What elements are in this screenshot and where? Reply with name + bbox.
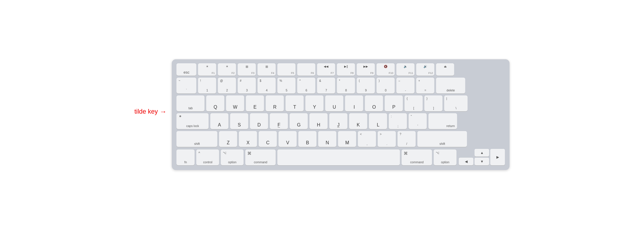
key-f3[interactable]: ⊞ F3 (238, 63, 256, 76)
key-rbracket[interactable]: } ] (424, 96, 442, 111)
key-f5-label: F5 (291, 72, 294, 74)
key-fn[interactable]: fn (176, 150, 195, 165)
key-5[interactable]: % 5 (277, 78, 295, 93)
key-f9[interactable]: ▶▶ F9 (357, 63, 375, 76)
key-s[interactable]: S (230, 113, 248, 129)
key-b[interactable]: B (298, 131, 316, 147)
key-tab[interactable]: tab (176, 96, 204, 111)
key-backslash[interactable]: | \ (444, 96, 468, 111)
key-1[interactable]: ! 1 (198, 78, 216, 93)
key-t[interactable]: T (286, 96, 304, 111)
key-lbracket[interactable]: { [ (405, 96, 423, 111)
key-delete[interactable]: delete (436, 78, 465, 93)
key-p[interactable]: P (385, 96, 403, 111)
key-g-label: G (297, 122, 300, 128)
key-f6[interactable]: F6 (297, 63, 315, 76)
key-f11-icon: 🔉 (404, 65, 407, 68)
key-t-label: T (293, 105, 296, 110)
key-c[interactable]: C (259, 131, 277, 147)
bottom-row: fn ^ control ⌥ option ⌘ command ⌘ (176, 149, 505, 165)
key-command-left[interactable]: ⌘ command (245, 150, 276, 165)
key-2[interactable]: @ 2 (218, 78, 236, 93)
key-x[interactable]: X (239, 131, 257, 147)
key-quote[interactable]: " ' (409, 113, 427, 129)
key-minus[interactable]: – - (396, 78, 414, 93)
key-shift-right-label: shift (440, 142, 445, 145)
key-slash[interactable]: ? / (398, 131, 416, 147)
key-shift-left[interactable]: shift (176, 131, 217, 147)
key-h-label: H (317, 122, 321, 128)
key-6[interactable]: ^ 6 (297, 78, 315, 93)
key-control[interactable]: ^ control (196, 150, 219, 165)
key-f5[interactable]: F5 (277, 63, 295, 76)
key-comma[interactable]: < , (358, 131, 376, 147)
key-e[interactable]: E (246, 96, 264, 111)
key-f4-label: F4 (271, 72, 274, 74)
key-9-bottom: 9 (365, 89, 367, 92)
key-j[interactable]: J (329, 113, 347, 129)
key-u[interactable]: U (325, 96, 343, 111)
key-k[interactable]: K (349, 113, 367, 129)
key-period[interactable]: > . (378, 131, 396, 147)
key-6-top: ^ (299, 79, 301, 82)
key-y[interactable]: Y (305, 96, 323, 111)
key-f12[interactable]: 🔊 F12 (416, 63, 434, 76)
key-command-right[interactable]: ⌘ command (402, 150, 432, 165)
key-h[interactable]: H (309, 113, 328, 129)
key-v[interactable]: V (279, 131, 297, 147)
key-f8[interactable]: ▶‖ F8 (337, 63, 355, 76)
key-m[interactable]: M (338, 131, 356, 147)
key-return-label: return (447, 124, 455, 128)
key-r[interactable]: R (266, 96, 284, 111)
key-3[interactable]: # 3 (238, 78, 256, 93)
key-o[interactable]: O (365, 96, 383, 111)
key-7[interactable]: & 7 (317, 78, 335, 93)
key-g[interactable]: G (290, 113, 308, 129)
key-f4[interactable]: ⊞ F4 (258, 63, 276, 76)
key-f11[interactable]: 🔉 F11 (396, 63, 414, 76)
key-8[interactable]: * 8 (337, 78, 355, 93)
key-f11-label: F11 (409, 72, 413, 74)
key-spacebar[interactable] (277, 150, 400, 165)
key-eject[interactable]: ⏏ (436, 63, 454, 76)
key-i[interactable]: I (345, 96, 363, 111)
key-r-label: R (273, 105, 277, 110)
key-arrow-down[interactable]: ▼ (475, 158, 489, 165)
key-tilde[interactable]: ~ ` (176, 78, 196, 93)
key-equals[interactable]: + = (416, 78, 434, 93)
key-z[interactable]: Z (219, 131, 237, 147)
key-4[interactable]: $ 4 (258, 78, 276, 93)
key-f2[interactable]: ☀ F2 (218, 63, 236, 76)
key-shift-right[interactable]: shift (417, 131, 467, 147)
key-option-right[interactable]: ⌥ option (434, 150, 456, 165)
key-d[interactable]: D (250, 113, 268, 129)
key-return[interactable]: return (428, 113, 457, 129)
key-n[interactable]: N (318, 131, 336, 147)
key-f[interactable]: F (270, 113, 288, 129)
key-f10[interactable]: 🔇 F10 (377, 63, 395, 76)
key-f1[interactable]: ☀ F1 (198, 63, 216, 76)
key-a[interactable]: A (210, 113, 228, 129)
key-esc[interactable]: esc (176, 63, 196, 76)
key-semicolon[interactable]: : ; (389, 113, 407, 129)
key-l[interactable]: L (369, 113, 387, 129)
key-semicolon-bottom: ; (398, 124, 398, 128)
key-quote-bottom: ' (417, 124, 418, 128)
key-q[interactable]: Q (206, 96, 224, 111)
key-1-bottom: 1 (206, 89, 208, 92)
keyboard: esc ☀ F1 ☀ F2 ⊞ F3 ⊞ F4 (172, 59, 510, 170)
key-option-left[interactable]: ⌥ option (221, 150, 244, 165)
key-arrow-right[interactable]: ▶ (490, 149, 505, 165)
key-9[interactable]: ( 9 (357, 78, 375, 93)
key-f2-icon: ☀ (226, 65, 228, 68)
key-w[interactable]: W (226, 96, 244, 111)
key-arrow-left[interactable]: ◀ (459, 158, 473, 165)
key-equals-top: + (418, 79, 420, 82)
key-0[interactable]: ) 0 (377, 78, 395, 93)
key-period-top: > (380, 133, 382, 136)
key-capslock[interactable]: caps lock (176, 113, 209, 129)
key-shift-left-label: shift (194, 142, 200, 145)
key-f7[interactable]: ◀◀ F7 (317, 63, 335, 76)
key-q-label: Q (214, 105, 217, 110)
key-arrow-up[interactable]: ▲ (475, 149, 489, 157)
